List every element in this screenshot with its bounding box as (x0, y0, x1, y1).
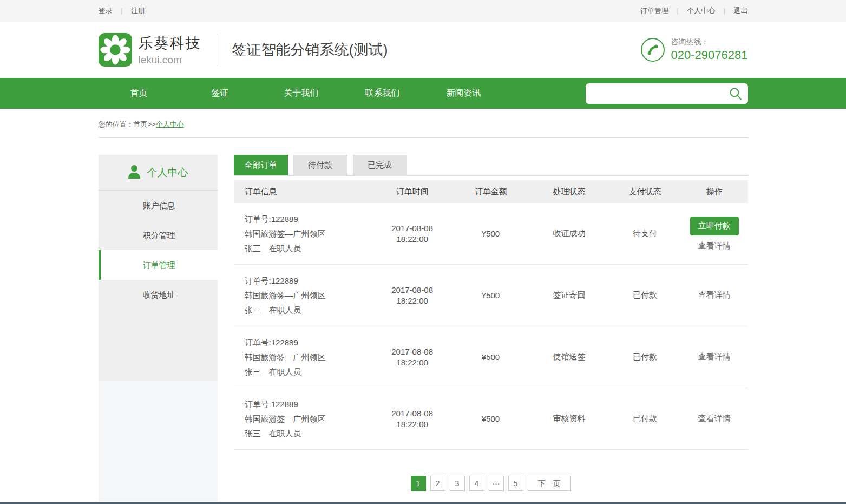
column-header-5: 操作 (681, 187, 748, 197)
process-status-cell: 签证寄回 (529, 290, 609, 300)
breadcrumb-prefix: 您的位置：首页>> (99, 120, 156, 128)
sidebar-title: 个人中心 (147, 166, 188, 180)
view-details-link[interactable]: 查看详情 (681, 241, 748, 251)
order-info-cell: 订单号:122889韩国旅游签—广州领区张三 在职人员 (234, 397, 373, 441)
order-clock: 18:22:00 (372, 419, 452, 430)
nav-item-home[interactable]: 首页 (99, 88, 180, 99)
tab-completed[interactable]: 已完成 (353, 155, 407, 175)
order-info-cell: 订单号:122889韩国旅游签—广州领区张三 在职人员 (234, 212, 373, 256)
logo[interactable]: 乐葵科技 lekui.com (99, 33, 201, 67)
order-time-cell: 2017-08-0818:22:00 (372, 346, 452, 368)
page-button-4[interactable]: 4 (469, 476, 484, 491)
order-date: 2017-08-08 (372, 285, 452, 296)
order-applicant: 张三 在职人员 (245, 364, 373, 379)
table-row: 订单号:122889韩国旅游签—广州领区张三 在职人员2017-08-0818:… (234, 203, 748, 265)
breadcrumb-personal-center-link[interactable]: 个人中心 (156, 120, 184, 128)
search-icon[interactable] (729, 87, 743, 101)
pay-status-cell: 已付款 (609, 414, 681, 424)
view-details-link[interactable]: 查看详情 (681, 290, 748, 300)
order-number: 订单号:122889 (245, 335, 373, 350)
sidebar-item-orders[interactable]: 订单管理 (99, 250, 218, 280)
action-cell: 查看详情 (681, 414, 748, 424)
divider: | (724, 7, 725, 15)
view-details-link[interactable]: 查看详情 (681, 352, 748, 362)
hotline: 咨询热线： 020-29076281 (641, 37, 748, 62)
column-header-1: 订单时间 (372, 187, 452, 197)
divider (217, 34, 217, 66)
table-header-row: 订单信息订单时间订单金额处理状态支付状态操作 (234, 180, 748, 203)
divider: | (677, 7, 678, 15)
sunflower-logo-icon (99, 33, 132, 67)
order-product: 韩国旅游签—广州领区 (245, 288, 373, 303)
logout-link[interactable]: 退出 (734, 6, 748, 15)
order-applicant: 张三 在职人员 (245, 241, 373, 256)
main-panel: 全部订单待付款已完成 订单信息订单时间订单金额处理状态支付状态操作 订单号:12… (234, 155, 748, 501)
header: 乐葵科技 lekui.com 签证智能分销系统(测试) 咨询热线： 020-29… (0, 22, 846, 78)
user-icon (128, 165, 141, 181)
phone-icon (641, 38, 665, 62)
pagination: 1234···5下一页 (234, 476, 748, 491)
search-box (586, 83, 748, 104)
order-product: 韩国旅游签—广州领区 (245, 350, 373, 364)
tab-pending-payment[interactable]: 待付款 (293, 155, 347, 175)
process-status-cell: 收证成功 (529, 228, 609, 239)
nav-item-news[interactable]: 新闻资讯 (423, 88, 504, 99)
column-header-0: 订单信息 (234, 187, 373, 197)
sidebar-header: 个人中心 (99, 155, 218, 191)
nav-item-contact[interactable]: 联系我们 (342, 88, 423, 99)
order-info-cell: 订单号:122889韩国旅游签—广州领区张三 在职人员 (234, 335, 373, 379)
view-details-link[interactable]: 查看详情 (681, 414, 748, 424)
nav-item-visa[interactable]: 签证 (180, 88, 261, 99)
search-input[interactable] (593, 89, 729, 98)
order-date: 2017-08-08 (372, 346, 452, 357)
brand-domain: lekui.com (139, 54, 201, 66)
hotline-number: 020-29076281 (671, 48, 748, 62)
order-amount-cell: ¥500 (452, 352, 529, 362)
pay-status-cell: 待支付 (609, 228, 681, 239)
page-button-1[interactable]: 1 (411, 476, 426, 491)
action-cell: 查看详情 (681, 352, 748, 362)
nav-item-about[interactable]: 关于我们 (261, 88, 342, 99)
topbar-order-mgmt-link[interactable]: 订单管理 (640, 6, 668, 15)
column-header-3: 处理状态 (529, 187, 609, 197)
pay-status-cell: 已付款 (609, 290, 681, 300)
action-cell: 查看详情 (681, 290, 748, 300)
divider: | (121, 7, 122, 15)
register-link[interactable]: 注册 (131, 6, 145, 15)
order-time-cell: 2017-08-0818:22:00 (372, 408, 452, 430)
sidebar-item-account-info[interactable]: 账户信息 (99, 191, 218, 220)
hotline-label: 咨询热线： (671, 37, 748, 47)
order-table: 订单号:122889韩国旅游签—广州领区张三 在职人员2017-08-0818:… (234, 203, 748, 450)
order-applicant: 张三 在职人员 (245, 303, 373, 317)
sidebar-item-points[interactable]: 积分管理 (99, 220, 218, 250)
order-number: 订单号:122889 (245, 212, 373, 226)
column-header-4: 支付状态 (609, 187, 681, 197)
sidebar: 个人中心 账户信息积分管理订单管理收货地址 (99, 155, 218, 501)
pay-now-button[interactable]: 立即付款 (690, 217, 739, 235)
page-ellipsis: ··· (489, 476, 504, 491)
order-amount-cell: ¥500 (452, 229, 529, 238)
order-info-cell: 订单号:122889韩国旅游签—广州领区张三 在职人员 (234, 273, 373, 317)
sidebar-item-address[interactable]: 收货地址 (99, 280, 218, 310)
tab-all-orders[interactable]: 全部订单 (234, 155, 288, 175)
main-nav: 首页签证关于我们联系我们新闻资讯 (0, 78, 846, 109)
page-button-3[interactable]: 3 (450, 476, 465, 491)
table-row: 订单号:122889韩国旅游签—广州领区张三 在职人员2017-08-0818:… (234, 388, 748, 450)
action-cell: 立即付款查看详情 (681, 217, 748, 251)
order-tabs: 全部订单待付款已完成 (234, 155, 748, 176)
topbar: 登录 | 注册 订单管理 | 个人中心 | 退出 (0, 0, 846, 22)
order-date: 2017-08-08 (372, 408, 452, 419)
topbar-personal-center-link[interactable]: 个人中心 (687, 6, 715, 15)
next-page-button[interactable]: 下一页 (528, 476, 571, 491)
table-row: 订单号:122889韩国旅游签—广州领区张三 在职人员2017-08-0818:… (234, 326, 748, 388)
login-link[interactable]: 登录 (99, 6, 113, 15)
order-clock: 18:22:00 (372, 357, 452, 368)
process-status-cell: 使馆送签 (529, 352, 609, 362)
order-amount-cell: ¥500 (452, 291, 529, 300)
order-number: 订单号:122889 (245, 397, 373, 411)
table-row: 订单号:122889韩国旅游签—广州领区张三 在职人员2017-08-0818:… (234, 265, 748, 326)
page-button-5[interactable]: 5 (508, 476, 523, 491)
breadcrumb: 您的位置：首页>>个人中心 (99, 109, 748, 138)
page-button-2[interactable]: 2 (430, 476, 445, 491)
order-amount-cell: ¥500 (452, 414, 529, 423)
